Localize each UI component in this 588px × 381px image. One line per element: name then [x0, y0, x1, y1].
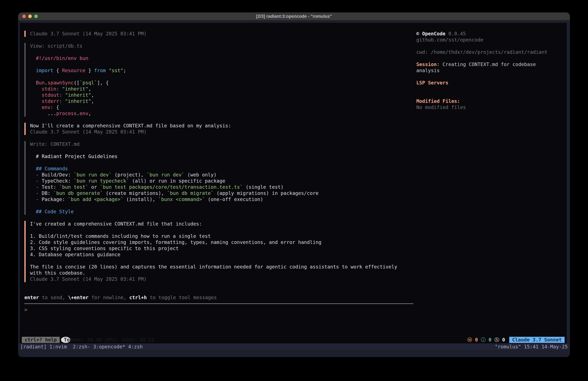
sidebar: © OpenCode 0.0.45github.com/sst/opencode…: [416, 31, 566, 111]
opencode-app: Claude 3.7 Sonnet (14 May 2025 03:41 PM)…: [20, 23, 567, 343]
prompt-input[interactable]: >: [24, 307, 414, 313]
warning-count: 0: [475, 337, 478, 343]
tmux-status-bar: [radiant]1:nvim 2:zsh-3:opencode*4:zsh "…: [18, 343, 570, 350]
spacer: [20, 116, 414, 123]
terminal-line: [30, 49, 414, 55]
terminal-line: Now I'll create a comprehensive CONTEXT.…: [30, 123, 414, 129]
terminal-line: #!/usr/bin/env bun: [30, 55, 414, 61]
spacer: [20, 135, 414, 141]
terminal-line: - TypeCheck: `bun run typecheck` (all) o…: [30, 178, 414, 184]
sidebar-line: LSP Servers: [416, 80, 566, 86]
tmux-window-4zsh[interactable]: 4:zsh: [128, 344, 143, 350]
terminal-line: [30, 227, 414, 233]
terminal-area: Claude 3.7 Sonnet (14 May 2025 03:41 PM)…: [18, 21, 570, 357]
terminal-line: Bun.spawnSync([`psql`], {: [30, 80, 414, 86]
input-separator: [24, 303, 413, 304]
status-bar: ctrl+? help Tokens: 16.4K (8%), Cost: $0…: [22, 337, 565, 343]
terminal-window: [2/3] radiant:3:opencode - "romulus" Cla…: [18, 12, 570, 357]
terminal-line: [30, 61, 414, 67]
terminal-line: ...process.env,: [30, 111, 414, 116]
hint-count: 0: [502, 337, 505, 343]
sidebar-line: [416, 43, 566, 49]
traffic-lights: [22, 12, 38, 20]
terminal-line: 4. Database operations guidance: [30, 251, 414, 258]
message-block: Claude 3.7 Sonnet (14 May 2025 03:41 PM): [24, 31, 414, 37]
close-button[interactable]: [22, 15, 26, 18]
terminal-line: 3. CSS styling conventions specific to t…: [30, 246, 414, 251]
hint-line: enter to send, \+enter for newline, ctrl…: [24, 294, 414, 301]
sidebar-line: analysis: [416, 67, 566, 74]
model-chip: Claude 3.7 Sonnet: [509, 337, 565, 343]
terminal-line: View: script/db.ts: [30, 43, 414, 49]
terminal-line: import { Resource } from "sst";: [30, 67, 414, 74]
terminal-line: stdout: "inherit",: [30, 92, 414, 98]
terminal-line: stdin: "inherit",: [30, 86, 414, 92]
info-count-icon: ⓘ: [481, 337, 486, 343]
terminal-line: Claude 3.7 Sonnet (14 May 2025 03:41 PM): [30, 276, 414, 282]
tmux-clock: "romulus" 15:41 14-May-25: [495, 344, 568, 350]
terminal-line: [30, 159, 414, 166]
tmux-window-3opencode[interactable]: 3:opencode*: [93, 344, 125, 350]
terminal-line: ## Code Style: [30, 209, 414, 215]
help-chip: ctrl+? help: [22, 337, 60, 343]
tmux-window-2zsh[interactable]: 2:zsh-: [73, 344, 90, 350]
sidebar-line: Modified Files:: [416, 98, 566, 104]
spacer: [20, 288, 414, 294]
tool-block: Write: CONTEXT.md # Radiant Project Guid…: [24, 141, 414, 215]
terminal-line: 1. Build/lint/test commands including ho…: [30, 233, 414, 239]
sidebar-line: No modified files: [416, 104, 566, 111]
terminal-line: # Radiant Project Guidelines: [30, 153, 414, 159]
sidebar-line: cwd: /home/thdxr/dev/projects/radiant/ra…: [416, 49, 566, 55]
terminal-line: Write: CONTEXT.md: [30, 141, 414, 147]
diagnostics: ⓦ0ⓘ0ⓗ0: [467, 337, 505, 343]
tokens-cost-chip: Tokens: 16.4K (8%), Cost: $0.12: [61, 337, 70, 343]
sidebar-line: [416, 92, 566, 98]
message-block: Now I'll create a comprehensive CONTEXT.…: [24, 123, 414, 135]
minimize-button[interactable]: [28, 15, 32, 18]
window-title: [2/3] radiant:3:opencode - "romulus": [256, 14, 332, 19]
spacer: [20, 37, 414, 43]
terminal-line: - Test: `bun test` or `bun test packages…: [30, 184, 414, 190]
tmux-windows: 1:nvim 2:zsh-3:opencode*4:zsh: [47, 344, 143, 350]
titlebar: [2/3] radiant:3:opencode - "romulus": [18, 12, 570, 21]
terminal-line: ## Commands: [30, 166, 414, 172]
main-column: Claude 3.7 Sonnet (14 May 2025 03:41 PM)…: [20, 31, 414, 313]
terminal-line: env: {: [30, 104, 414, 111]
tmux-left: [radiant]1:nvim 2:zsh-3:opencode*4:zsh: [20, 344, 143, 350]
terminal-line: stderr: "inherit",: [30, 98, 414, 104]
sidebar-line: [416, 86, 566, 92]
spacer: [20, 282, 414, 288]
sidebar-line: [416, 55, 566, 61]
spacer: [20, 215, 414, 221]
warning-count-icon: ⓦ: [467, 337, 472, 343]
message-block: I've created a comprehensive CONTEXT.md …: [24, 221, 414, 282]
terminal-line: - DB: `bun db generate` (create migratio…: [30, 190, 414, 196]
terminal-line: The file is concise (20 lines) and captu…: [30, 264, 414, 270]
sidebar-line: © OpenCode 0.0.45: [416, 31, 566, 37]
sidebar-line: Session: Creating CONTEXT.md for codebas…: [416, 61, 566, 67]
hint-count-icon: ⓗ: [494, 337, 499, 343]
terminal-line: [30, 258, 414, 264]
terminal-line: [30, 147, 414, 153]
terminal-line: [30, 202, 414, 209]
tmux-window-1nvim[interactable]: 1:nvim: [50, 344, 70, 350]
terminal-line: Claude 3.7 Sonnet (14 May 2025 03:41 PM): [30, 31, 414, 37]
sidebar-line: github.com/sst/opencode: [416, 37, 566, 43]
zoom-button[interactable]: [34, 15, 38, 18]
terminal-line: [30, 74, 414, 80]
tmux-session-name: [radiant]: [20, 344, 47, 350]
terminal-line: - Build/Dev: `bun run dev` (project), `b…: [30, 172, 414, 178]
keybinding-hint: enter to send, \+enter for newline, ctrl…: [24, 294, 414, 301]
terminal-line: with this codebase.: [30, 270, 414, 276]
tool-block: View: script/db.ts #!/usr/bin/env bun im…: [24, 43, 414, 116]
sidebar-line: [416, 74, 566, 80]
terminal-line: I've created a comprehensive CONTEXT.md …: [30, 221, 414, 227]
terminal-line: 2. Code style guidelines covering import…: [30, 239, 414, 246]
terminal-line: - Package: `bun add <package>` (install)…: [30, 196, 414, 202]
terminal-line: Claude 3.7 Sonnet (14 May 2025 03:41 PM): [30, 129, 414, 135]
info-count: 0: [489, 337, 491, 343]
